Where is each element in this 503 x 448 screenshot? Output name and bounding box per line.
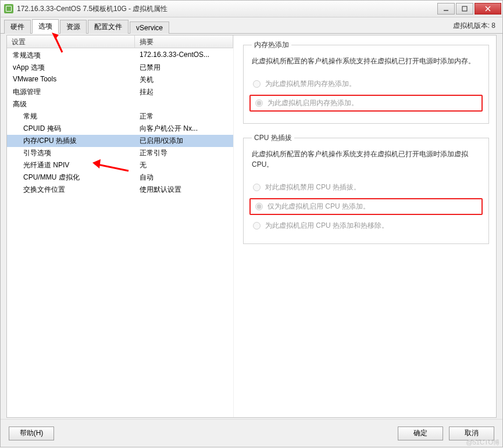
cpu-disable-option[interactable]: 对此虚拟机禁用 CPU 热插拔。 [252, 179, 480, 196]
settings-row[interactable]: 引导选项正常引导 [7, 147, 233, 159]
minimize-button[interactable] [437, 3, 455, 15]
settings-row-summary: 挂起 [135, 87, 233, 97]
help-button[interactable]: 帮助(H) [9, 427, 54, 440]
settings-row[interactable]: 内存/CPU 热插拔已启用/仅添加 [7, 135, 233, 147]
titlebar: 172.16.3.33-CentOS 7.5模板机10G - 虚拟机属性 [0, 0, 503, 17]
cpu-group: CPU 热插拔 此虚拟机所配置的客户机操作系统支持在虚拟机已打开电源时添加虚拟 … [243, 133, 489, 244]
settings-row-label: 高级 [7, 99, 135, 109]
settings-row-label: vApp 选项 [7, 63, 135, 73]
tab-options[interactable]: 选项 [32, 19, 59, 34]
settings-row-summary [135, 99, 233, 109]
tab-resources[interactable]: 资源 [60, 20, 87, 34]
memory-legend: 内存热添加 [252, 40, 291, 50]
close-button[interactable] [475, 3, 501, 15]
col-summary[interactable]: 摘要 [135, 35, 233, 48]
settings-row[interactable]: CPU/MMU 虚拟化自动 [7, 171, 233, 184]
col-setting[interactable]: 设置 [7, 35, 135, 48]
cpu-legend: CPU 热插拔 [252, 133, 294, 143]
settings-row-label: 内存/CPU 热插拔 [7, 136, 135, 146]
settings-row-label: 常规 [7, 112, 135, 121]
settings-row[interactable]: VMware Tools关机 [7, 74, 233, 86]
settings-list[interactable]: 常规选项172.16.3.33-CentOS...vApp 选项已禁用VMwar… [7, 48, 233, 417]
settings-row[interactable]: CPUID 掩码向客户机公开 Nx... [7, 123, 233, 135]
cpu-addremove-radio[interactable] [253, 222, 261, 230]
content-area: 设置 摘要 常规选项172.16.3.33-CentOS...vApp 选项已禁… [6, 35, 497, 418]
settings-row-summary: 已启用/仅添加 [135, 136, 233, 146]
vm-version-label: 虚拟机版本: 8 [453, 21, 499, 33]
tab-vservice[interactable]: vService [130, 21, 169, 34]
footer: 帮助(H) 确定 取消 [1, 419, 502, 447]
window-title: 172.16.3.33-CentOS 7.5模板机10G - 虚拟机属性 [17, 4, 436, 14]
settings-row-label: 光纤通道 NPIV [7, 160, 135, 170]
settings-row-label: 交换文件位置 [7, 185, 135, 195]
settings-row[interactable]: 常规正常 [7, 110, 233, 123]
settings-row-summary: 172.16.3.33-CentOS... [135, 51, 233, 60]
watermark-text: @51CTO博 [466, 438, 500, 447]
settings-row-summary: 正常引导 [135, 148, 233, 158]
settings-row[interactable]: vApp 选项已禁用 [7, 62, 233, 74]
tab-bar: 硬件 选项 资源 配置文件 vService 虚拟机版本: 8 [1, 17, 502, 34]
settings-row-label: CPUID 掩码 [7, 124, 135, 134]
ok-button[interactable]: 确定 [398, 427, 443, 440]
settings-row-summary: 已禁用 [135, 63, 233, 73]
settings-row-summary: 关机 [135, 75, 233, 85]
tab-profiles[interactable]: 配置文件 [88, 20, 129, 34]
memory-desc: 此虚拟机所配置的客户机操作系统支持在虚拟机已打开电源时添加内存。 [252, 56, 480, 66]
settings-row[interactable]: 常规选项172.16.3.33-CentOS... [7, 49, 233, 62]
cpu-add-option[interactable]: 仅为此虚拟机启用 CPU 热添加。 [249, 198, 483, 215]
settings-row[interactable]: 交换文件位置使用默认设置 [7, 184, 233, 196]
settings-row-summary: 自动 [135, 173, 233, 182]
settings-row-label: 电源管理 [7, 87, 135, 97]
settings-row-label: VMware Tools [7, 75, 135, 85]
window-body: 硬件 选项 资源 配置文件 vService 虚拟机版本: 8 设置 摘要 常规… [0, 17, 503, 447]
memory-enable-option[interactable]: 为此虚拟机启用内存热添加。 [249, 95, 483, 112]
settings-row-label: 常规选项 [7, 51, 135, 60]
memory-disable-option[interactable]: 为此虚拟机禁用内存热添加。 [252, 76, 480, 92]
settings-row[interactable]: 高级 [7, 98, 233, 110]
svg-rect-1 [462, 6, 467, 11]
settings-row[interactable]: 电源管理挂起 [7, 86, 233, 98]
cpu-add-radio[interactable] [255, 203, 263, 210]
memory-enable-radio[interactable] [255, 99, 263, 107]
settings-row-summary: 无 [135, 160, 233, 170]
settings-row-summary: 正常 [135, 112, 233, 121]
settings-row[interactable]: 光纤通道 NPIV无 [7, 159, 233, 171]
details-panel: 内存热添加 此虚拟机所配置的客户机操作系统支持在虚拟机已打开电源时添加内存。 为… [234, 35, 496, 417]
settings-row-summary: 使用默认设置 [135, 185, 233, 195]
cpu-addremove-option[interactable]: 为此虚拟机启用 CPU 热添加和热移除。 [252, 217, 480, 234]
settings-panel: 设置 摘要 常规选项172.16.3.33-CentOS...vApp 选项已禁… [7, 35, 234, 417]
cpu-desc: 此虚拟机所配置的客户机操作系统支持在虚拟机已打开电源时添加虚拟 CPU。 [252, 149, 480, 170]
settings-row-label: 引导选项 [7, 148, 135, 158]
app-icon [4, 4, 13, 13]
settings-row-label: CPU/MMU 虚拟化 [7, 173, 135, 182]
memory-group: 内存热添加 此虚拟机所配置的客户机操作系统支持在虚拟机已打开电源时添加内存。 为… [243, 40, 489, 124]
maximize-button[interactable] [456, 3, 473, 15]
tab-hardware[interactable]: 硬件 [4, 20, 31, 34]
settings-row-summary: 向客户机公开 Nx... [135, 124, 233, 134]
cpu-disable-radio[interactable] [253, 184, 261, 191]
settings-header: 设置 摘要 [7, 35, 233, 48]
memory-disable-radio[interactable] [253, 80, 261, 88]
